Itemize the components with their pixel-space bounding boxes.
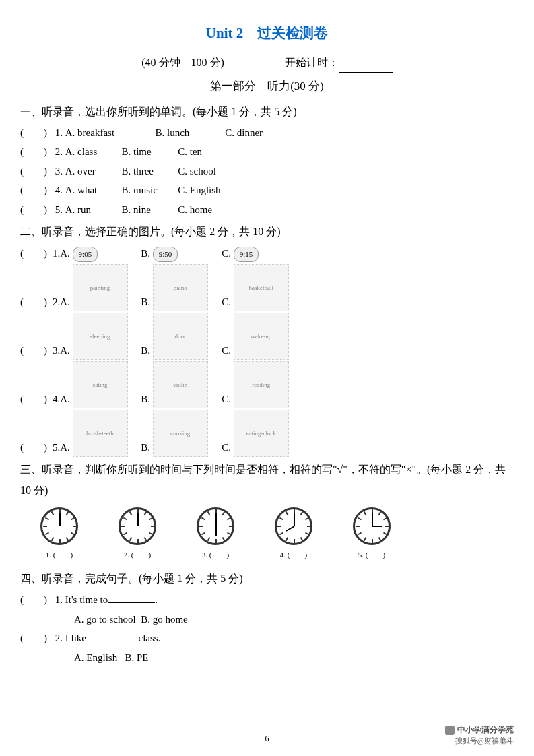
- s2-item: ( ) 1. A. 9:05 B. 9:50 C. 9:15: [20, 244, 514, 263]
- section1-heading: 一、听录音，选出你所听到的单词。(每小题 1 分，共 5 分): [20, 102, 514, 122]
- picture-icon: eating: [73, 361, 128, 408]
- timer-label: 开始计时：: [285, 53, 393, 73]
- clock-icon: [197, 507, 234, 545]
- answer-paren[interactable]: ( ): [20, 200, 53, 220]
- watermark: 中小学满分学苑 搜狐号@财禧蕭斗: [445, 725, 514, 745]
- option-b: B. go home: [141, 614, 188, 625]
- clock-label[interactable]: 1. ( ): [46, 550, 73, 559]
- option-b: B. nine: [122, 200, 176, 220]
- s2-item: ( ) 3. A. sleeping B. door C. wake-up: [20, 313, 514, 360]
- clock-icon: [119, 507, 156, 545]
- s4-item: ( ) 2. I like class.: [20, 629, 514, 648]
- answer-paren[interactable]: ( ): [20, 292, 53, 312]
- option-a: A. over: [65, 162, 119, 181]
- clock-icon: [353, 507, 391, 545]
- clock-label[interactable]: 2. ( ): [124, 550, 151, 559]
- option-b: B. time: [122, 142, 176, 162]
- answer-paren[interactable]: ( ): [20, 590, 53, 610]
- answer-paren[interactable]: ( ): [20, 142, 53, 162]
- option-c: C. ten: [178, 142, 202, 162]
- option-b: B. three: [122, 162, 176, 181]
- s4-options: A. go to school B. go home: [20, 610, 514, 629]
- s4-item: ( ) 1. It's time to.: [20, 590, 514, 610]
- clock-icon: [40, 507, 78, 545]
- picture-icon: piano: [153, 264, 208, 311]
- s1-item: ( ) 3. A. over B. three C. school: [20, 162, 514, 181]
- s4-options: A. English B. PE: [20, 648, 514, 668]
- clock-item: 4. ( ): [275, 507, 312, 562]
- picture-icon: door: [153, 313, 208, 360]
- clock-label[interactable]: 5. ( ): [358, 550, 385, 559]
- exam-page: Unit 2 过关检测卷 (40 分钟 100 分) 开始计时： 第一部分 听力…: [0, 0, 534, 667]
- section4-heading: 四、听录音，完成句子。(每小题 1 分，共 5 分): [20, 569, 514, 589]
- clock-label[interactable]: 3. ( ): [202, 550, 229, 559]
- option-c: C. home: [178, 200, 212, 220]
- picture-icon: wake-up: [234, 313, 289, 360]
- answer-paren[interactable]: ( ): [20, 162, 53, 181]
- answer-paren[interactable]: ( ): [20, 341, 53, 360]
- option-a: A. what: [65, 181, 119, 200]
- answer-paren[interactable]: ( ): [20, 181, 53, 200]
- picture-icon: eating-clock: [234, 410, 289, 457]
- page-title: Unit 2 过关检测卷: [20, 20, 514, 47]
- s2-item: ( ) 5. A. brush-teeth B. cooking C. eati…: [20, 410, 514, 457]
- meta-row: (40 分钟 100 分) 开始计时：: [20, 53, 514, 73]
- picture-icon: sleeping: [73, 313, 128, 360]
- s1-item: ( ) 4. A. what B. music C. English: [20, 181, 514, 200]
- clock-item: 2. ( ): [119, 507, 156, 562]
- clock-item: 5. ( ): [353, 507, 391, 562]
- clock-icon: [275, 507, 312, 545]
- s1-item: ( ) 5. A. run B. nine C. home: [20, 200, 514, 220]
- fill-blank[interactable]: [89, 641, 136, 641]
- picture-icon: basketball: [234, 264, 289, 311]
- duration-score: (40 分钟 100 分): [141, 53, 224, 73]
- option-b: B. PE: [125, 652, 148, 663]
- s1-item: ( ) 1. A. breakfast B. lunch C. dinner: [20, 123, 514, 143]
- option-a: A. breakfast: [65, 123, 153, 143]
- clock-item: 1. ( ): [40, 507, 78, 562]
- fill-blank[interactable]: [108, 602, 155, 603]
- option-c: C. school: [178, 162, 216, 181]
- option-a: A. class: [65, 142, 119, 162]
- picture-icon: painting: [73, 264, 128, 311]
- time-pill: 9:05: [73, 247, 98, 262]
- option-c: C. English: [178, 181, 220, 200]
- picture-icon: cooking: [153, 410, 208, 457]
- s2-item: ( ) 4. A. eating B. violin C. reading: [20, 361, 514, 408]
- answer-paren[interactable]: ( ): [20, 123, 53, 143]
- clock-row: 1. ( ) 2. ( ) 3. ( ) 4. ( ) 5. ( ): [40, 507, 514, 562]
- picture-icon: brush-teeth: [73, 410, 128, 457]
- option-a: A. English: [74, 652, 117, 663]
- option-b: B. lunch: [156, 123, 223, 143]
- s1-item: ( ) 2. A. class B. time C. ten: [20, 142, 514, 162]
- section3-heading: 三、听录音，判断你所听到的时间与下列时间是否相符，相符的写"√"，不符的写"×"…: [20, 460, 514, 501]
- picture-icon: violin: [153, 361, 208, 408]
- answer-paren[interactable]: ( ): [20, 629, 53, 648]
- wechat-icon: [445, 726, 455, 735]
- answer-paren[interactable]: ( ): [20, 244, 53, 263]
- option-b: B. music: [122, 181, 176, 200]
- section2-heading: 二、听录音，选择正确的图片。(每小题 2 分，共 10 分): [20, 222, 514, 242]
- time-pill: 9:50: [153, 247, 178, 262]
- option-c: C. dinner: [225, 123, 263, 143]
- option-a: A. run: [65, 200, 119, 220]
- time-pill: 9:15: [234, 247, 259, 262]
- timer-blank[interactable]: [339, 72, 393, 73]
- answer-paren[interactable]: ( ): [20, 438, 53, 458]
- s2-item: ( ) 2. A. painting B. piano C. basketbal…: [20, 264, 514, 311]
- clock-item: 3. ( ): [197, 507, 234, 562]
- picture-icon: reading: [234, 361, 289, 408]
- answer-paren[interactable]: ( ): [20, 389, 53, 409]
- clock-label[interactable]: 4. ( ): [280, 550, 307, 559]
- option-a: A. go to school: [74, 614, 136, 625]
- part-heading: 第一部分 听力(30 分): [20, 75, 514, 97]
